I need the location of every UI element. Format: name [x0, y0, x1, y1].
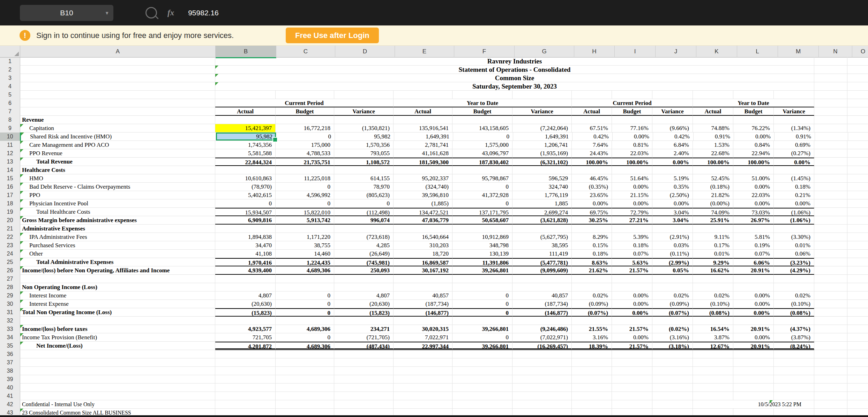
cell-A10[interactable]: Shared Risk and Incentive (HMO): [21, 132, 216, 141]
cell-E37[interactable]: [394, 358, 452, 367]
cell-F42[interactable]: [452, 400, 512, 409]
cell-O10[interactable]: [848, 132, 868, 141]
cell-G34[interactable]: (7,022,971): [512, 333, 572, 342]
cell-J42[interactable]: [652, 400, 693, 409]
cell-G33[interactable]: (9,246,486): [512, 325, 572, 333]
cell-I25[interactable]: 5.63%: [612, 258, 652, 266]
cell-H23[interactable]: 0.15%: [572, 241, 612, 250]
cell-G14[interactable]: [512, 166, 572, 174]
cell-I28[interactable]: [612, 283, 652, 291]
cell-L40[interactable]: [733, 384, 774, 392]
cell-K14[interactable]: [693, 166, 733, 174]
cell-O37[interactable]: [847, 358, 868, 367]
cell-E31[interactable]: (146,877): [394, 308, 452, 317]
cell-K36[interactable]: [693, 350, 733, 358]
cell-D7[interactable]: Variance: [334, 107, 394, 116]
cell-O22[interactable]: [847, 233, 868, 241]
cell-G9[interactable]: (7,242,064): [512, 124, 572, 132]
cell-F18[interactable]: 0: [452, 199, 512, 208]
cell-H35[interactable]: 18.39%: [572, 342, 612, 350]
cell-L16[interactable]: 0.00%: [733, 183, 774, 191]
cell-G40[interactable]: [512, 384, 572, 392]
cell-C29[interactable]: 0: [276, 291, 334, 300]
cell-F35[interactable]: 39,266,801: [452, 342, 512, 350]
cell-F8[interactable]: [452, 116, 512, 124]
cell-J19[interactable]: 3.04%: [652, 208, 693, 216]
cell-A4[interactable]: [20, 82, 215, 91]
cell-O35[interactable]: [847, 342, 868, 350]
row-header-15[interactable]: 15: [0, 174, 20, 183]
cell-G26[interactable]: (9,099,609): [512, 266, 572, 275]
cell-N2[interactable]: [814, 66, 847, 74]
cell-J26[interactable]: 0.05%: [652, 266, 693, 275]
cell-A2[interactable]: [20, 66, 215, 74]
cell-I38[interactable]: [612, 367, 652, 375]
cell-F13[interactable]: 187,830,402: [452, 158, 512, 166]
cell-E28[interactable]: [394, 283, 452, 291]
cell-D38[interactable]: [334, 367, 394, 375]
cell-M23[interactable]: 0.01%: [774, 241, 814, 250]
cell-I24[interactable]: 0.07%: [612, 250, 652, 258]
cell-G21[interactable]: [512, 225, 572, 233]
row-header-34[interactable]: 34: [0, 333, 20, 342]
cell-D35[interactable]: (487,434): [334, 342, 394, 350]
cell-O4[interactable]: [847, 82, 868, 91]
cell-O38[interactable]: [847, 367, 868, 375]
cell-A25[interactable]: Total Administrative Expenses: [20, 258, 215, 266]
cell-G28[interactable]: [512, 283, 572, 291]
cell-A17[interactable]: PPO: [20, 191, 215, 199]
column-header-O[interactable]: O: [852, 46, 868, 58]
cell-L21[interactable]: [733, 225, 774, 233]
cell-E14[interactable]: [394, 166, 452, 174]
cell-L31[interactable]: 0.00%: [733, 308, 774, 317]
cell-H39[interactable]: [572, 375, 612, 384]
cell-J40[interactable]: [652, 384, 693, 392]
row-header-28[interactable]: 28: [0, 283, 20, 292]
cell-L11[interactable]: 0.84%: [733, 141, 774, 149]
cell-B26[interactable]: 4,939,400: [215, 266, 276, 275]
cell-B8[interactable]: [215, 116, 276, 124]
cell-J25[interactable]: (2.99%): [652, 258, 693, 266]
cell-K20[interactable]: 25.91%: [693, 216, 733, 225]
cell-D23[interactable]: 4,285: [334, 241, 394, 250]
cell-K10[interactable]: 0.91%: [694, 132, 734, 141]
cell-C24[interactable]: 14,460: [276, 250, 334, 258]
row-header-21[interactable]: 21: [0, 225, 20, 233]
row-header-5[interactable]: 5: [0, 91, 20, 99]
cell-C20[interactable]: 5,913,742: [276, 216, 334, 225]
cell-A9[interactable]: Capitation: [20, 124, 215, 132]
cell-J37[interactable]: [652, 358, 693, 367]
cell-I10[interactable]: 0.00%: [613, 132, 653, 141]
cell-H36[interactable]: [572, 350, 612, 358]
cell-G15[interactable]: 596,529: [512, 174, 572, 183]
cell-O30[interactable]: [847, 300, 868, 308]
cell-C9[interactable]: 16,772,218: [276, 124, 334, 132]
cell-D41[interactable]: [334, 392, 394, 400]
cell-C8[interactable]: [276, 116, 334, 124]
cell-F38[interactable]: [452, 367, 512, 375]
cell-J27[interactable]: [652, 275, 693, 283]
cell-J36[interactable]: [652, 350, 693, 358]
cell-L18[interactable]: 0.00%: [733, 199, 774, 208]
cell-J28[interactable]: [652, 283, 693, 291]
cell-N1[interactable]: [814, 57, 847, 66]
cell-K38[interactable]: [693, 367, 733, 375]
cell-I19[interactable]: 72.79%: [612, 208, 652, 216]
row-header-23[interactable]: 23: [0, 241, 20, 250]
cell-O34[interactable]: [847, 333, 868, 342]
cell-D8[interactable]: [334, 116, 394, 124]
cell-M21[interactable]: [774, 225, 814, 233]
cell-A41[interactable]: [20, 392, 215, 400]
cell-F22[interactable]: 10,912,869: [452, 233, 512, 241]
cell-O2[interactable]: [847, 66, 868, 74]
cell-L19[interactable]: 73.03%: [733, 208, 774, 216]
cell-N12[interactable]: [814, 149, 847, 158]
cell-H40[interactable]: [572, 384, 612, 392]
cell-L20[interactable]: 26.97%: [733, 216, 774, 225]
cell-A20[interactable]: Gross Margin before administrative expen…: [20, 216, 215, 225]
cell-J20[interactable]: 3.04%: [652, 216, 693, 225]
cell-E22[interactable]: 16,540,664: [394, 233, 452, 241]
cell-M36[interactable]: [774, 350, 814, 358]
cell-A3[interactable]: [20, 74, 215, 82]
cell-M29[interactable]: 0.02%: [774, 291, 814, 300]
